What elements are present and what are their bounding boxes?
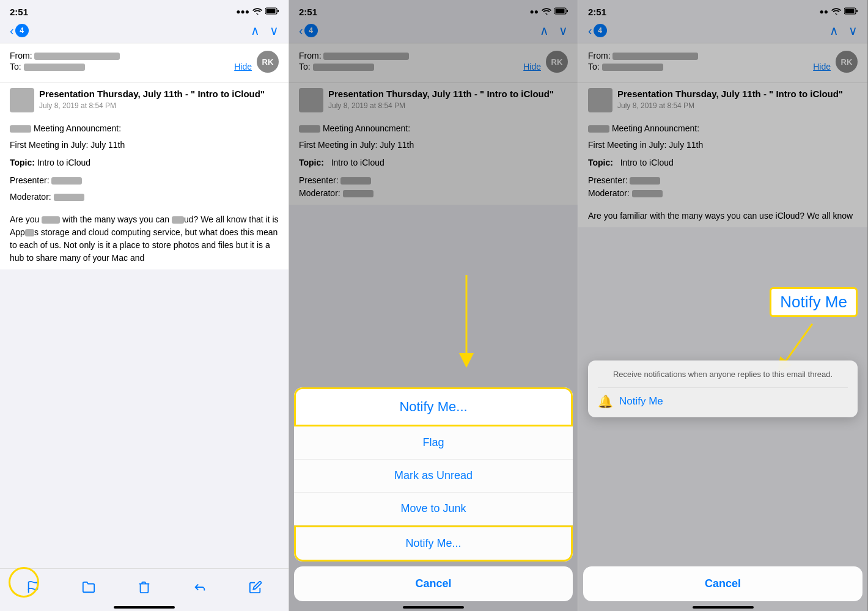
notify-popup: Receive notifications when anyone replie… (588, 360, 858, 417)
from-value-blurred (34, 53, 120, 60)
bell-icon: 🔔 (598, 394, 613, 409)
notify-me-bottom-label: Notify Me... (405, 537, 461, 549)
status-bar-1: 2:51 ●●● (0, 0, 289, 21)
moderator-line: Moderator: (10, 191, 279, 203)
from-row: From: (10, 51, 252, 60)
email-from-to-1: From: To: Hide (10, 51, 252, 73)
avatar-1: RK (257, 51, 279, 73)
status-icons-1: ●●● (236, 7, 279, 16)
wifi-icon-3 (831, 7, 841, 16)
presenter-blurred (51, 177, 82, 185)
email-header-1: From: To: Hide RK (0, 43, 289, 83)
notify-me-btn-label: Notify Me (619, 395, 663, 408)
compose-button[interactable] (249, 580, 262, 594)
first-meeting-line: First Meeting in July: July 11th (10, 139, 279, 152)
signal-icon: ●●● (236, 7, 249, 16)
notify-me-highlight-item[interactable]: Notify Me... (294, 387, 573, 426)
down-arrow-icon[interactable]: ∨ (270, 23, 279, 38)
action-sheet-cancel[interactable]: Cancel (294, 566, 573, 601)
up-arrow-icon-3[interactable]: ∧ (829, 23, 839, 38)
from-label: From: (10, 51, 34, 60)
action-sheet-2: Notify Me... Flag Mark as Unread Move to… (294, 387, 573, 611)
nav-bar-1: ‹ 4 ∧ ∨ (0, 21, 289, 43)
svg-rect-9 (845, 9, 855, 13)
presenter-label: Presenter: (10, 175, 50, 185)
cancel-label: Cancel (294, 566, 573, 601)
action-sheet-main: Notify Me... Flag Mark as Unread Move to… (294, 387, 573, 562)
to-label-3: To: (588, 62, 602, 71)
up-arrow-icon[interactable]: ∧ (251, 23, 260, 38)
body-blurred-3 (172, 216, 184, 224)
topic-line: Topic: Intro to iCloud (10, 156, 279, 169)
phone-panel-1: 2:51 ●●● ‹ 4 ∧ ∨ From: (0, 0, 289, 611)
back-chevron-icon-3: ‹ (588, 24, 592, 38)
presenter-line: Presenter: (10, 174, 279, 187)
phone-panel-2: 2:51 ●● ‹ 4 ∧ ∨ From: (289, 0, 578, 611)
wifi-icon (252, 7, 262, 16)
notify-popup-description: Receive notifications when anyone replie… (598, 369, 848, 380)
nav-arrows-1: ∧ ∨ (251, 23, 279, 38)
status-icons-3: ●● (820, 7, 858, 16)
nav-badge-3: 4 (594, 24, 607, 37)
down-arrow-icon-3[interactable]: ∨ (848, 23, 858, 38)
nav-bar-3: ‹ 4 ∧ ∨ (578, 21, 867, 43)
cancel-label-3: Cancel (583, 566, 862, 601)
notify-me-bottom-action[interactable]: Notify Me... (294, 525, 573, 562)
notify-me-label-box: Notify Me (770, 287, 858, 317)
svg-rect-10 (856, 10, 858, 12)
mark-unread-action[interactable]: Mark as Unread (294, 459, 573, 492)
status-time-1: 2:51 (10, 7, 28, 17)
notify-cancel-sheet[interactable]: Cancel (583, 566, 862, 601)
nav-arrows-3: ∧ ∨ (829, 23, 858, 38)
flag-button[interactable] (26, 580, 40, 594)
topic-value: Intro to iCloud (37, 158, 90, 167)
nav-back-3[interactable]: ‹ 4 (588, 24, 607, 38)
notify-me-top-label: Notify Me... (399, 399, 467, 414)
to-label: To: (10, 62, 24, 71)
home-indicator-1 (114, 606, 175, 609)
notify-me-label-text: Notify Me (780, 293, 847, 311)
trash-button[interactable] (138, 580, 151, 594)
to-row: To: Hide (10, 62, 252, 71)
reply-button[interactable] (193, 580, 207, 594)
email-subject-3: Presentation Thursday, July 11th - " Int… (617, 88, 843, 100)
to-value-blurred (24, 64, 85, 71)
body-blurred-2 (42, 216, 60, 224)
email-date-1: July 8, 2019 at 8:54 PM (39, 101, 265, 110)
back-chevron-icon: ‹ (10, 24, 14, 38)
email-date-3: July 8, 2019 at 8:54 PM (617, 101, 843, 110)
body-blurred-4 (25, 229, 34, 236)
flag-action[interactable]: Flag (294, 426, 573, 459)
body-paragraph: Are you with the many ways you can ud? W… (10, 213, 279, 265)
moderator-blurred (54, 194, 84, 201)
to-section: To: (10, 62, 85, 71)
battery-icon-3 (844, 7, 858, 16)
nav-back-1[interactable]: ‹ 4 (10, 24, 29, 38)
folder-button[interactable] (82, 580, 95, 594)
move-junk-action[interactable]: Move to Junk (294, 492, 573, 525)
email-body-3: Meeting Announcment: First Meeting in Ju… (578, 120, 867, 227)
moderator-label: Moderator: (10, 192, 51, 202)
from-label-3: From: (588, 51, 612, 60)
topic-label: Topic: (10, 158, 37, 167)
nav-badge-1: 4 (15, 24, 29, 37)
body-blurred-1 (10, 125, 31, 133)
hide-link-3[interactable]: Hide (813, 62, 831, 71)
home-indicator-3 (693, 606, 754, 609)
body-paragraph-3: Are you familiar with the many ways you … (588, 210, 858, 222)
notify-popup-button[interactable]: 🔔 Notify Me (598, 387, 848, 409)
hide-link-1[interactable]: Hide (234, 62, 252, 71)
svg-rect-1 (267, 9, 276, 13)
svg-rect-2 (278, 10, 279, 12)
home-indicator-2 (403, 606, 464, 609)
email-body-1: Meeting Announcment: First Meeting in Ju… (0, 120, 289, 269)
meeting-announcement: Meeting Announcment: (10, 122, 279, 135)
signal-icon-3: ●● (820, 7, 829, 16)
email-subject-area-3: Presentation Thursday, July 11th - " Int… (578, 83, 867, 120)
bottom-toolbar-1 (0, 568, 289, 611)
phone-panel-3: 2:51 ●● ‹ 4 ∧ ∨ From: (578, 0, 867, 611)
email-subject-1: Presentation Thursday, July 11th - " Int… (39, 88, 265, 100)
notify-me-top-item[interactable]: Notify Me... (296, 389, 571, 425)
status-bar-3: 2:51 ●● (578, 0, 867, 21)
avatar-3: RK (836, 51, 858, 73)
